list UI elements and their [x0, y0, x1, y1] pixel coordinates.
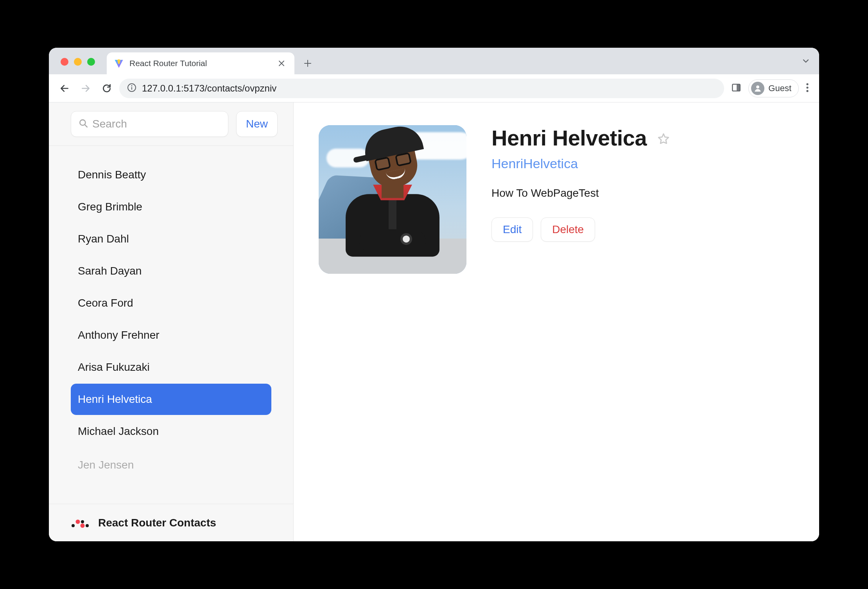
contact-handle[interactable]: HenriHelvetica	[491, 156, 794, 171]
sidebar-item-contact[interactable]: Dennis Beatty	[71, 159, 271, 190]
sidebar-item-contact[interactable]: Ceora Ford	[71, 287, 271, 319]
site-info-icon[interactable]	[127, 83, 136, 94]
new-tab-button[interactable]	[300, 56, 316, 71]
contact-meta: Henri Helvetica HenriHelvetica How To We…	[491, 125, 794, 519]
svg-point-15	[81, 523, 85, 528]
favorite-star-icon[interactable]	[657, 132, 670, 147]
svg-point-9	[806, 86, 808, 88]
svg-point-14	[81, 520, 84, 523]
svg-point-11	[80, 120, 85, 125]
browser-window: React Router Tutorial 127.0.0.1:5173/con	[49, 48, 819, 541]
search-input[interactable]	[92, 118, 221, 130]
app-title: React Router Contacts	[98, 517, 216, 529]
svg-point-10	[806, 90, 808, 92]
browser-menu-button[interactable]	[803, 83, 812, 94]
delete-button[interactable]: Delete	[541, 217, 595, 242]
contact-avatar	[319, 125, 466, 274]
svg-point-12	[72, 524, 75, 527]
app-root: New Dennis BeattyGreg BrimbleRyan DahlSa…	[49, 102, 819, 541]
sidebar: New Dennis BeattyGreg BrimbleRyan DahlSa…	[49, 102, 294, 541]
svg-point-3	[131, 85, 133, 86]
sidebar-item-contact[interactable]: Anthony Frehner	[71, 320, 271, 351]
url-text: 127.0.0.1:5173/contacts/ovpzniv	[142, 83, 276, 94]
contact-bio: How To WebPageTest	[491, 187, 794, 199]
close-window-button[interactable]	[61, 58, 68, 66]
back-button[interactable]	[56, 80, 73, 97]
svg-point-8	[806, 83, 808, 85]
address-bar[interactable]: 127.0.0.1:5173/contacts/ovpzniv	[119, 79, 724, 98]
profile-button[interactable]: Guest	[748, 79, 799, 97]
side-panel-button[interactable]	[728, 83, 744, 94]
svg-point-7	[756, 85, 759, 88]
edit-button[interactable]: Edit	[491, 217, 533, 242]
contact-detail: Henri Helvetica HenriHelvetica How To We…	[294, 102, 819, 541]
zoom-window-button[interactable]	[87, 58, 95, 66]
window-controls	[61, 58, 95, 66]
forward-button[interactable]	[77, 80, 94, 97]
svg-rect-6	[737, 84, 740, 91]
browser-toolbar: 127.0.0.1:5173/contacts/ovpzniv Guest	[49, 74, 819, 102]
sidebar-item-contact[interactable]: Greg Brimble	[71, 191, 271, 223]
contact-list[interactable]: Dennis BeattyGreg BrimbleRyan DahlSarah …	[49, 146, 293, 504]
browser-tab[interactable]: React Router Tutorial	[107, 52, 294, 74]
sidebar-item-contact[interactable]: Jen Jensen	[71, 449, 271, 481]
svg-point-16	[86, 524, 89, 527]
reload-button[interactable]	[98, 80, 115, 97]
tab-close-button[interactable]	[276, 58, 287, 68]
tab-bar: React Router Tutorial	[49, 48, 819, 74]
svg-rect-4	[131, 87, 132, 90]
tabs-dropdown-button[interactable]	[802, 57, 810, 66]
search-icon	[78, 118, 88, 130]
sidebar-item-contact[interactable]: Michael Jackson	[71, 416, 271, 447]
minimize-window-button[interactable]	[74, 58, 82, 66]
sidebar-footer: React Router Contacts	[49, 504, 293, 541]
profile-label: Guest	[768, 83, 791, 93]
search-box[interactable]	[71, 111, 228, 137]
sidebar-item-contact[interactable]: Henri Helvetica	[71, 384, 271, 415]
vite-favicon-icon	[114, 58, 124, 68]
react-router-logo-icon	[71, 516, 90, 530]
svg-point-13	[76, 519, 80, 524]
sidebar-item-contact[interactable]: Arisa Fukuzaki	[71, 352, 271, 383]
tab-title: React Router Tutorial	[129, 59, 271, 68]
contact-name: Henri Helvetica	[491, 125, 647, 151]
new-contact-button[interactable]: New	[236, 111, 278, 137]
sidebar-item-contact[interactable]: Sarah Dayan	[71, 255, 271, 287]
guest-avatar-icon	[751, 82, 764, 95]
sidebar-header: New	[49, 102, 293, 146]
sidebar-item-contact[interactable]: Ryan Dahl	[71, 223, 271, 255]
